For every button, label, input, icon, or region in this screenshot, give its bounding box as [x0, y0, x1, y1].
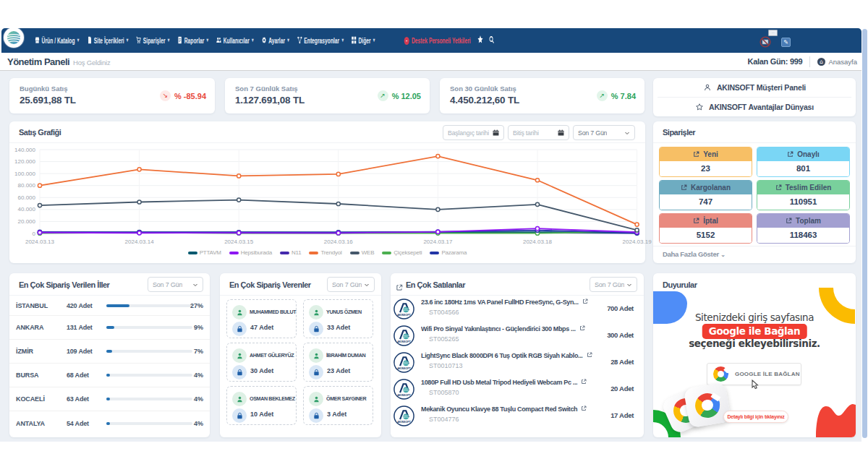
- bag-icon: [309, 408, 323, 423]
- svg-text:60.000: 60.000: [18, 194, 36, 201]
- flag-tooltip: ···: [768, 30, 778, 36]
- google-g-icon: [713, 366, 728, 382]
- edit-pencil-icon[interactable]: ✎: [781, 38, 791, 47]
- announcements-panel: Duyurular Sitenizdeki giriş sayfasına Go…: [653, 273, 856, 437]
- order-tile-teslim-edilen[interactable]: Teslim Edilen110951: [757, 180, 850, 210]
- chevron-down-icon: [626, 282, 632, 288]
- legend-pttavm[interactable]: PTTAVM: [188, 249, 221, 256]
- external-link-icon: [787, 151, 793, 158]
- city-count: 131 Adet: [67, 324, 93, 331]
- product-code: ST004566: [429, 309, 459, 316]
- end-date-input[interactable]: Bitiş tarihi: [508, 125, 569, 140]
- legend-çiçeksepeti[interactable]: Çiçeksepeti: [382, 249, 422, 256]
- bag-icon: [309, 365, 323, 379]
- top-customers-panel: En Çok Sipariş Verenler Son 7 Gün MUHAMM…: [220, 273, 381, 437]
- customer-order-count: 47 Adet: [250, 324, 273, 331]
- cities-range-select[interactable]: Son 7 Gün: [148, 277, 203, 292]
- city-name: ANKARA: [16, 324, 43, 331]
- nav-item-raporlar[interactable]: Raporlar▾: [177, 36, 208, 45]
- product-name-link[interactable]: LightSync Black 8000DPI 6 Tuş Optik RGB …: [421, 352, 592, 359]
- svg-text:AKINSOFT: AKINSOFT: [397, 394, 411, 397]
- order-tile-yeni[interactable]: Yeni23: [659, 147, 752, 177]
- chart-legend: PTTAVMHepsiburadaN11TrendyolWEBÇiçeksepe…: [9, 249, 645, 256]
- order-tile-value: 801: [757, 161, 849, 176]
- product-name-link[interactable]: 1080P Full HD Usb Metal Tripod Hediyeli …: [421, 379, 587, 386]
- nav-item--r-n-katalog[interactable]: Ürün / Katalog▾: [35, 36, 79, 45]
- customer-order-count: 33 Adet: [327, 324, 350, 331]
- product-logo: AKINSOFT: [393, 325, 414, 346]
- nav-item-site-i-erikleri[interactable]: Site İçerikleri▾: [87, 36, 128, 45]
- akinsoft-customer-panel-link[interactable]: AKINSOFT Müşteri Paneli: [653, 78, 856, 97]
- trend-up-icon: ↗: [378, 90, 388, 101]
- product-qty: 28 Adet: [610, 358, 634, 366]
- start-date-input[interactable]: Başlangıç tarihi: [443, 125, 504, 140]
- customer-order-count: 3 Adet: [327, 411, 346, 418]
- card-30day-sales: Son 30 Günlük Satış 4.450.212,60 TL ↗% 7…: [440, 78, 644, 113]
- nav-item-ayarlar[interactable]: Ayarlar▾: [262, 36, 289, 45]
- favorites-star-icon[interactable]: [477, 34, 483, 47]
- external-link-icon: [693, 218, 699, 224]
- order-tile-kargolanan[interactable]: Kargolanan747: [659, 180, 752, 210]
- product-name-link[interactable]: 23.6 inc 180Hz 1ms VA Panel FullHD FreeS…: [421, 299, 588, 306]
- home-button[interactable]: ⌂ Anasayfa: [817, 58, 857, 66]
- svg-text:140.000: 140.000: [14, 147, 35, 153]
- language-flag-icon[interactable]: [760, 36, 771, 48]
- order-tile-i-ptal[interactable]: İptal5152: [659, 213, 752, 244]
- person-icon: [309, 305, 323, 319]
- product-logo: AKINSOFT: [393, 352, 414, 373]
- legend-n11[interactable]: N11: [280, 249, 301, 256]
- scrollbar-thumb[interactable]: [862, 29, 867, 438]
- bag-icon: [232, 322, 247, 336]
- home-icon: ⌂: [817, 58, 825, 66]
- card-change: % 7.84: [611, 92, 636, 100]
- order-tile-value: 118463: [757, 228, 849, 243]
- city-row-kocaeli̇: KOCAELİ63 Adet4%: [9, 387, 210, 411]
- customer-card-4: İBRAHİM DUMAN23 Adet: [303, 343, 373, 382]
- chart-range-select[interactable]: Son 7 Gün: [573, 125, 635, 140]
- customer-name: OSMAN BEKLEMEZ: [250, 395, 297, 402]
- svg-text:100.000: 100.000: [14, 171, 35, 177]
- navbar: Ürün / Katalog▾Site İçerikleri▾Siparişle…: [1, 28, 861, 53]
- akinsoft-advantages-link[interactable]: AKINSOFT Avantajlar Dünyası: [653, 98, 856, 116]
- file-icon: [87, 36, 92, 44]
- nav-item-kullan-c-lar[interactable]: Kullanıcılar▾: [216, 36, 254, 45]
- trend-down-icon: ↘: [160, 90, 171, 101]
- external-link-icon: [775, 184, 782, 191]
- city-progress-bar: [106, 374, 192, 377]
- cart-icon: [136, 36, 141, 44]
- support-permissions-link[interactable]: - Destek Personeli Yetkileri: [404, 36, 471, 45]
- person-icon: [232, 305, 247, 319]
- city-count: 54 Adet: [67, 420, 89, 427]
- order-tile-toplam[interactable]: Toplam118463: [757, 213, 850, 244]
- legend-trendyol[interactable]: Trendyol: [309, 249, 341, 256]
- akinsoft-links-panel: AKINSOFT Müşteri Paneli AKINSOFT Avantaj…: [653, 78, 856, 116]
- show-more-link[interactable]: Daha Fazla Göster ⌄: [663, 250, 726, 258]
- announcement-highlight: Google ile Bağlan: [702, 324, 807, 339]
- legend-pazarama[interactable]: Pazarama: [430, 249, 467, 256]
- akinsoft-logo: [4, 27, 24, 48]
- legend-hepsiburada[interactable]: Hepsiburada: [229, 249, 272, 256]
- card-7day-sales: Son 7 Günlük Satış 1.127.691,08 TL ↗% 12…: [225, 78, 430, 113]
- city-percent: 4%: [194, 372, 203, 379]
- card-change: % 12.05: [392, 92, 421, 100]
- customers-range-select[interactable]: Son 7 Gün: [327, 277, 375, 292]
- svg-text:40.000: 40.000: [18, 206, 36, 213]
- product-row-4: AKINSOFT1080P Full HD Usb Metal Tripod H…: [391, 376, 644, 403]
- product-name-link[interactable]: Mekanik Oyuncu Klavye 88 Tuşlu Compact R…: [421, 406, 587, 413]
- legend-web[interactable]: WEB: [350, 249, 375, 256]
- city-percent: 27%: [190, 302, 203, 309]
- sellers-range-select[interactable]: Son 7 Gün: [590, 277, 637, 292]
- main-menu: Ürün / Katalog▾Site İçerikleri▾Siparişle…: [35, 34, 383, 47]
- cursor-hand-icon: [749, 379, 759, 392]
- product-name-link[interactable]: Wifi Pro Sinyal Yakınlaştırıcı - Güçlend…: [421, 325, 585, 332]
- order-tile-onayl-[interactable]: Onaylı801: [757, 147, 850, 177]
- city-progress-bar: [106, 350, 192, 353]
- nav-item-entegrasyonlar[interactable]: Entegrasyonlar▾: [297, 36, 344, 45]
- search-icon[interactable]: [489, 34, 495, 47]
- nav-item-sipari-ler[interactable]: Siparişler▾: [136, 36, 169, 45]
- nav-item-di-er[interactable]: Diğer▾: [352, 36, 375, 45]
- announcement-detail-link[interactable]: Detaylı bilgi için tıklayınız: [723, 411, 788, 423]
- google-tile-front: [684, 382, 732, 428]
- remaining-days: Kalan Gün: 999: [747, 57, 802, 66]
- product-qty: 17 Adet: [610, 411, 634, 419]
